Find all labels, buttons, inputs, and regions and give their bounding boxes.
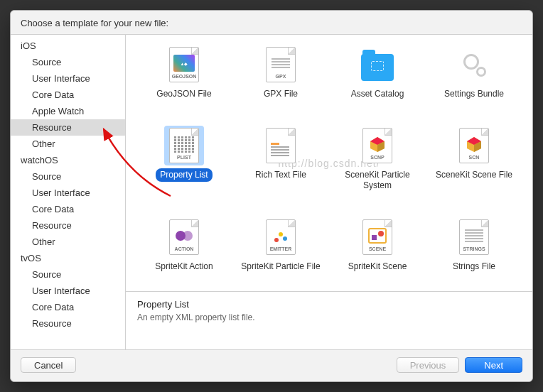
template-tile[interactable]: GPXGPX File — [235, 45, 326, 113]
sidebar-group-label: iOS — [11, 38, 125, 54]
template-label: SpriteKit Particle File — [237, 260, 324, 273]
template-label: Rich Text File — [251, 168, 311, 181]
template-tile[interactable]: ▲◆GEOJSONGeoJSON File — [139, 45, 230, 113]
folder-icon — [361, 54, 394, 81]
next-button[interactable]: Next — [465, 357, 522, 373]
description-text: An empty XML property list file. — [137, 312, 521, 322]
svg-point-13 — [378, 231, 384, 236]
sidebar-item[interactable]: User Interface — [11, 70, 125, 87]
sidebar-item[interactable]: Source — [11, 54, 125, 70]
template-label: Strings File — [448, 260, 500, 273]
content-area: iOSSourceUser InterfaceCore DataApple Wa… — [11, 34, 532, 350]
template-tile[interactable]: Rich Text File — [235, 126, 326, 205]
document-icon: ACTION — [169, 219, 199, 255]
document-icon: SCN — [459, 128, 489, 163]
template-tile[interactable]: ACTIONSpriteKit Action — [139, 217, 230, 285]
footer: Cancel Previous Next — [11, 350, 532, 381]
document-icon: SCENE — [362, 219, 392, 255]
sidebar-item[interactable]: Source — [11, 266, 125, 283]
template-label: GeoJSON File — [152, 87, 215, 100]
template-label: SpriteKit Action — [151, 260, 217, 273]
svg-point-10 — [283, 236, 287, 241]
description-panel: Property List An empty XML property list… — [126, 291, 532, 349]
sidebar-item[interactable]: Source — [11, 168, 125, 185]
template-label: SpriteKit Scene — [344, 260, 412, 273]
sidebar-group-label: watchOS — [11, 152, 125, 168]
previous-button[interactable]: Previous — [397, 357, 460, 373]
document-icon: EMITTER — [266, 219, 296, 255]
document-icon: PLIST — [169, 128, 199, 163]
template-label: GPX File — [259, 87, 302, 100]
description-title: Property List — [137, 299, 521, 310]
template-tile[interactable]: Asset Catalog — [332, 45, 423, 113]
svg-point-7 — [183, 231, 193, 241]
cancel-button[interactable]: Cancel — [21, 357, 76, 373]
template-label: SceneKit Scene File — [431, 168, 517, 181]
template-tile[interactable]: STRINGSStrings File — [429, 217, 520, 285]
svg-point-9 — [279, 232, 283, 236]
template-label: Settings Bundle — [440, 87, 508, 100]
sidebar-item[interactable]: Other — [11, 234, 125, 250]
template-tile[interactable]: SCNSceneKit Scene File — [429, 126, 520, 205]
sidebar-item[interactable]: Resource — [11, 119, 125, 136]
template-tile[interactable]: SCENESpriteKit Scene — [332, 217, 423, 285]
template-label: Property List — [156, 168, 212, 181]
dialog-title: Choose a template for your new file: — [11, 11, 532, 34]
sidebar-item[interactable]: User Interface — [11, 185, 125, 201]
document-icon: GPX — [266, 47, 296, 82]
category-sidebar[interactable]: iOSSourceUser InterfaceCore DataApple Wa… — [11, 35, 126, 349]
gears-icon — [462, 53, 486, 77]
svg-rect-12 — [372, 235, 377, 240]
sidebar-item[interactable]: Apple Watch — [11, 103, 125, 119]
template-tile[interactable]: EMITTERSpriteKit Particle File — [235, 217, 326, 285]
document-icon — [266, 128, 296, 163]
document-icon: SCNP — [362, 128, 392, 163]
sidebar-group-label: tvOS — [11, 250, 125, 266]
sidebar-item[interactable]: Other — [11, 136, 125, 152]
document-icon: ▲◆GEOJSON — [169, 47, 199, 82]
template-label: Asset Catalog — [347, 87, 409, 100]
sidebar-item[interactable]: User Interface — [11, 283, 125, 299]
main-panel: http://blog.csdn.net/ ▲◆GEOJSONGeoJSON F… — [126, 35, 532, 349]
sidebar-item[interactable]: Core Data — [11, 87, 125, 103]
sidebar-item[interactable]: Core Data — [11, 299, 125, 315]
template-tile[interactable]: SCNPSceneKit Particle System — [332, 126, 423, 205]
svg-rect-11 — [369, 229, 386, 243]
template-grid: http://blog.csdn.net/ ▲◆GEOJSONGeoJSON F… — [126, 35, 532, 291]
sidebar-item[interactable]: Resource — [11, 315, 125, 332]
new-file-dialog: Choose a template for your new file: iOS… — [10, 10, 533, 382]
template-label: SceneKit Particle System — [332, 168, 423, 192]
sidebar-item[interactable]: Core Data — [11, 201, 125, 217]
sidebar-item[interactable]: Resource — [11, 217, 125, 234]
document-icon: STRINGS — [459, 219, 489, 255]
template-tile[interactable]: PLISTProperty List — [139, 126, 230, 205]
template-tile[interactable]: Settings Bundle — [429, 45, 520, 113]
svg-point-8 — [274, 238, 279, 242]
